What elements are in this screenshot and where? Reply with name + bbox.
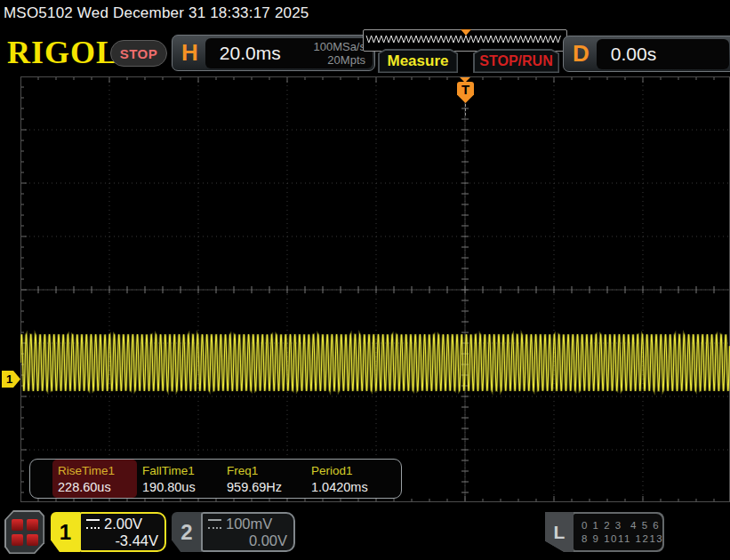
sample-rate: 100MSa/s	[313, 40, 365, 53]
dc-coupling-icon	[86, 519, 100, 529]
menu-grid-square	[27, 519, 38, 531]
acquisition-status-badge: STOP	[110, 40, 167, 67]
horizontal-timebase-panel[interactable]: H 20.0ms 100MSa/s 20Mpts	[172, 35, 375, 71]
channel1-offset: -3.44V	[86, 532, 158, 549]
menu-grid-square	[12, 519, 23, 531]
oscilloscope-screen: MSO5102 Wed December 31 18:33:17 2025 RI…	[0, 0, 730, 560]
overview-trigger-position-icon[interactable]	[461, 29, 471, 36]
channel1-ground-marker[interactable]: 1	[2, 371, 20, 388]
channel1-panel[interactable]: 2.00V -3.44V	[79, 512, 166, 552]
delay-label: D	[573, 40, 590, 68]
memory-depth: 20Mpts	[313, 53, 365, 67]
sample-rate-block: 100MSa/s 20Mpts	[313, 40, 365, 67]
delay-readout: 0.00s	[597, 39, 729, 69]
channel2-scale: 100mV	[226, 515, 272, 532]
timebase-readout: 20.0ms 100MSa/s 20Mpts	[205, 38, 373, 68]
logic-label: L	[545, 512, 574, 552]
delay-value: 0.00s	[611, 44, 656, 65]
menu-grid-square	[12, 534, 23, 546]
channel2-tab[interactable]: 2	[172, 512, 202, 552]
horizontal-label: H	[181, 39, 198, 67]
channel1-tab[interactable]: 1	[51, 512, 80, 552]
measurement-falltime1[interactable]: FallTime1 190.80us	[137, 460, 221, 498]
menu-grid-square	[27, 534, 38, 546]
stop-run-button[interactable]: STOP/RUN	[473, 49, 559, 73]
logic-channels-button[interactable]: L 0 1 2 3 4 5 6 78 9 1011 12131415	[545, 512, 664, 552]
channel2-panel[interactable]: 100mV 0.00V	[201, 512, 295, 552]
measurement-period1[interactable]: Period1 1.0420ms	[306, 460, 390, 498]
menu-grid-button[interactable]	[4, 510, 44, 554]
measurement-freq1[interactable]: Freq1 959.69Hz	[221, 460, 306, 498]
logic-channel-list: 0 1 2 3 4 5 6 78 9 1011 12131415	[574, 514, 662, 550]
dc-coupling-icon	[208, 519, 221, 529]
trigger-delay-panel[interactable]: D 0.00s	[563, 36, 730, 72]
timebase-value: 20.0ms	[220, 43, 281, 64]
measurement-risetime1[interactable]: RiseTime1 228.60us	[52, 460, 137, 498]
channel1-scale: 2.00V	[104, 515, 142, 532]
waveform-overview-strip[interactable]	[363, 29, 567, 52]
channel1-waveform	[20, 76, 730, 502]
channel2-offset: 0.00V	[208, 532, 287, 549]
graticule	[20, 76, 730, 502]
measure-button[interactable]: Measure	[378, 49, 458, 73]
model-and-datetime: MSO5102 Wed December 31 18:33:17 2025	[4, 4, 309, 22]
rigol-logo: RIGOL	[7, 34, 118, 71]
trigger-marker-stem	[465, 104, 466, 116]
measurements-panel: RiseTime1 228.60us FallTime1 190.80us Fr…	[29, 459, 402, 499]
